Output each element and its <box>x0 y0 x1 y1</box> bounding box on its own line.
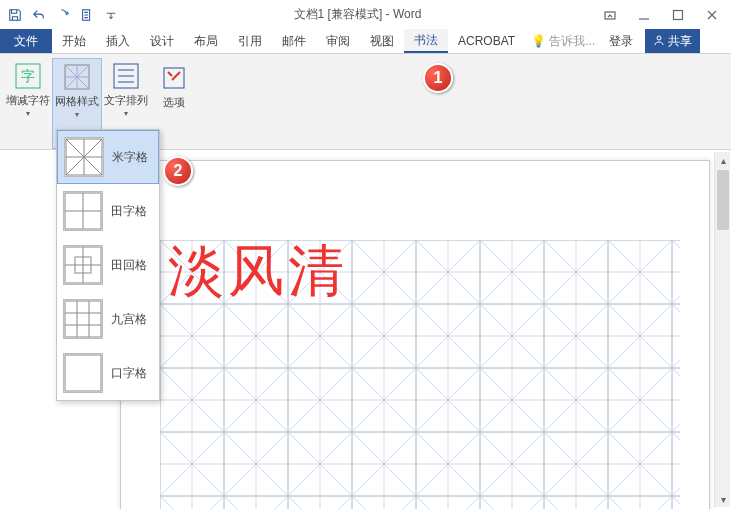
share-button[interactable]: 共享 <box>645 29 700 53</box>
window-title: 文档1 [兼容模式] - Word <box>122 6 593 23</box>
undo-icon[interactable] <box>28 4 50 26</box>
tell-me-label: 告诉我... <box>549 33 595 50</box>
window-controls <box>593 4 729 26</box>
text-arrange-label: 文字排列 <box>104 94 148 107</box>
tianzi-thumb-icon <box>63 191 103 231</box>
grid-option-tianzi[interactable]: 田字格 <box>57 184 159 238</box>
grid-style-icon <box>61 61 93 93</box>
svg-point-4 <box>657 36 661 40</box>
close-icon[interactable] <box>695 4 729 26</box>
vertical-scrollbar[interactable]: ▴ ▾ <box>714 152 730 507</box>
grid-option-label: 田字格 <box>111 203 147 220</box>
chevron-down-icon: ▾ <box>124 109 128 118</box>
chevron-down-icon: ▾ <box>26 109 30 118</box>
qat-customize-icon[interactable] <box>100 4 122 26</box>
svg-rect-3 <box>674 10 683 19</box>
add-remove-chars-icon: 字 <box>12 60 44 92</box>
options-icon <box>158 62 190 94</box>
callout-badge-1: 1 <box>423 63 453 93</box>
share-label: 共享 <box>668 33 692 50</box>
document-icon[interactable] <box>76 4 98 26</box>
tell-me-search[interactable]: 💡 告诉我... <box>525 29 601 53</box>
grid-option-tianhui[interactable]: 田回格 <box>57 238 159 292</box>
kouzi-thumb-icon <box>63 353 103 393</box>
add-remove-chars-label: 增减字符 <box>6 94 50 107</box>
tab-calligraphy[interactable]: 书法 <box>404 29 448 53</box>
options-label: 选项 <box>163 96 185 109</box>
grid-option-label: 九宫格 <box>111 311 147 328</box>
scroll-up-icon[interactable]: ▴ <box>715 152 731 168</box>
grid-style-dropdown: 米字格 田字格 田回格 九宫格 口字格 <box>56 129 160 401</box>
redo-icon[interactable] <box>52 4 74 26</box>
tab-file[interactable]: 文件 <box>0 29 52 53</box>
tab-view[interactable]: 视图 <box>360 29 404 53</box>
ribbon-options-icon[interactable] <box>593 4 627 26</box>
login-button[interactable]: 登录 <box>601 29 641 53</box>
add-remove-chars-button[interactable]: 字 增减字符 ▾ <box>4 58 52 149</box>
mizi-thumb-icon <box>64 137 104 177</box>
tab-design[interactable]: 设计 <box>140 29 184 53</box>
tab-insert[interactable]: 插入 <box>96 29 140 53</box>
save-icon[interactable] <box>4 4 26 26</box>
tab-review[interactable]: 审阅 <box>316 29 360 53</box>
titlebar: 文档1 [兼容模式] - Word <box>0 0 731 29</box>
grid-option-mizi[interactable]: 米字格 <box>57 130 159 184</box>
svg-rect-35 <box>65 301 101 337</box>
jiugong-thumb-icon <box>63 299 103 339</box>
callout-badge-2: 2 <box>163 156 193 186</box>
quick-access-toolbar <box>0 4 122 26</box>
options-button[interactable]: 选项 <box>156 60 192 111</box>
chevron-down-icon: ▾ <box>75 110 79 119</box>
text-arrange-icon <box>110 60 142 92</box>
svg-text:字: 字 <box>21 68 35 84</box>
scroll-thumb[interactable] <box>717 170 729 230</box>
grid-option-kouzi[interactable]: 口字格 <box>57 346 159 400</box>
share-icon <box>653 34 665 49</box>
grid-option-label: 口字格 <box>111 365 147 382</box>
tianhui-thumb-icon <box>63 245 103 285</box>
ribbon-tabs: 文件 开始 插入 设计 布局 引用 邮件 审阅 视图 书法 ACROBAT 💡 … <box>0 29 731 54</box>
grid-option-label: 米字格 <box>112 149 148 166</box>
grid-option-label: 田回格 <box>111 257 147 274</box>
scroll-down-icon[interactable]: ▾ <box>715 491 731 507</box>
tab-home[interactable]: 开始 <box>52 29 96 53</box>
tab-acrobat[interactable]: ACROBAT <box>448 29 525 53</box>
grid-style-label: 网格样式 <box>55 95 99 108</box>
lightbulb-icon: 💡 <box>531 34 546 48</box>
minimize-icon[interactable] <box>627 4 661 26</box>
tab-mailings[interactable]: 邮件 <box>272 29 316 53</box>
grid-option-jiugong[interactable]: 九宫格 <box>57 292 159 346</box>
tab-references[interactable]: 引用 <box>228 29 272 53</box>
svg-rect-40 <box>65 355 101 391</box>
document-text[interactable]: 淡风清 <box>168 243 348 299</box>
tab-layout[interactable]: 布局 <box>184 29 228 53</box>
maximize-icon[interactable] <box>661 4 695 26</box>
